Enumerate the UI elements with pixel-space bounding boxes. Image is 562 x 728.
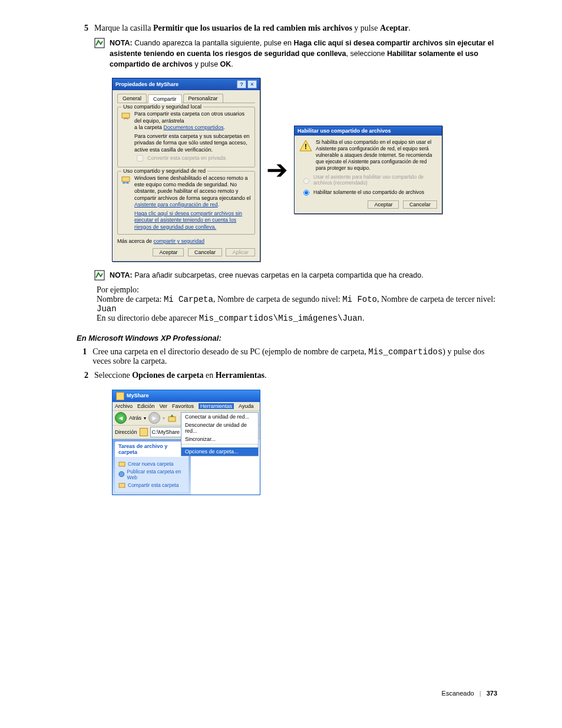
help-button[interactable]: ? — [237, 80, 246, 88]
new-folder-icon — [118, 460, 125, 467]
dropdown-folder-options[interactable]: Opciones de carpeta... — [181, 447, 258, 456]
radio-just-enable-label: Habilitar solamente el uso compartido de… — [313, 189, 424, 195]
radio-just-enable-row[interactable]: Habilitar solamente el uso compartido de… — [300, 188, 437, 196]
radio-just-enable[interactable] — [303, 190, 309, 196]
group-network-sharing: Uso compartido y seguridad de red Window… — [117, 171, 255, 235]
shared-docs-link[interactable]: Documentos compartidos — [164, 124, 224, 130]
share-folder-icon — [118, 482, 125, 489]
cancel-button[interactable]: Cancelar — [188, 248, 222, 256]
step-1: 1 Cree una carpeta en el directorio dese… — [77, 347, 497, 366]
footer-page: 373 — [487, 690, 497, 697]
tasks-title: Tareas de archivo y carpeta — [118, 443, 180, 455]
enable-sharing-dialog: Habilitar uso compartido de archivos ! S… — [294, 126, 442, 214]
subheading-xp-pro: En Microsoft Windows XP Professional: — [77, 334, 497, 342]
back-label: Atrás — [129, 415, 141, 421]
note-2-text: NOTA: Para añadir subcarpetas, cree nuev… — [110, 270, 424, 281]
more-about-link[interactable]: compartir y seguridad — [154, 238, 205, 244]
dialog-title: Propiedades de MyShare — [115, 81, 178, 87]
ok-button[interactable]: Aceptar — [153, 248, 184, 256]
dropdown-sync[interactable]: Sincronizar... — [181, 435, 258, 443]
svg-text:!: ! — [305, 143, 307, 151]
example-line-1: Nombre de carpeta: Mi Carpeta, Nombre de… — [97, 295, 497, 314]
tab-compartir[interactable]: Compartir — [148, 94, 182, 103]
properties-dialog: Propiedades de MyShare ?× General Compar… — [112, 78, 260, 262]
note-icon — [94, 270, 105, 281]
task-share-folder[interactable]: Compartir esta carpeta — [118, 482, 185, 489]
radio-wizard — [303, 178, 309, 184]
group-title: Uso compartido y seguridad de red — [121, 168, 207, 174]
svg-rect-2 — [122, 177, 130, 182]
step-2: 2 Seleccione Opciones de carpeta en Herr… — [77, 371, 497, 380]
window-buttons: ?× — [236, 80, 257, 88]
more-about-link-row: Más acerca de compartir y seguridad — [117, 238, 255, 245]
warning-message: Si habilita el uso compartido en el equi… — [316, 139, 437, 172]
task-new-folder[interactable]: Crear nueva carpeta — [118, 460, 185, 467]
step-number: 2 — [77, 371, 88, 380]
globe-icon — [118, 471, 125, 478]
share-without-wizard-link[interactable]: Haga clic aquí si desea compartir archiv… — [134, 210, 251, 230]
svg-point-13 — [119, 472, 124, 477]
tasks-panel: Tareas de archivo y carpeta ⌃ Crear nuev… — [113, 439, 191, 495]
private-checkbox-label: Convertir esta carpeta en privada — [147, 155, 226, 161]
dialog-title: Habilitar uso compartido de archivos — [297, 128, 391, 134]
menu-archivo[interactable]: Archivo — [115, 403, 133, 409]
private-text: Para convertir esta carpeta y sus subcar… — [134, 133, 251, 153]
arrow-icon: ➔ — [266, 157, 288, 183]
group-title: Uso compartido y seguridad local — [121, 104, 203, 110]
menu-favoritos[interactable]: Favoritos — [172, 403, 194, 409]
network-folder-icon — [121, 175, 131, 185]
example-intro: Por ejemplo: — [97, 285, 497, 295]
back-dropdown[interactable]: ▾ — [144, 416, 146, 421]
step-number: 1 — [77, 347, 87, 366]
tasks-header[interactable]: Tareas de archivo y carpeta ⌃ — [115, 442, 189, 457]
svg-rect-14 — [119, 483, 125, 487]
note-1: NOTA: Cuando aparezca la pantalla siguie… — [94, 38, 497, 70]
network-text: Windows tiene deshabilitado el acceso re… — [134, 175, 251, 208]
dialog-tabs: General Compartir Personalizar — [117, 94, 255, 103]
svg-rect-1 — [122, 113, 130, 118]
radio-wizard-label: Usar el asistente para habilitar uso com… — [313, 174, 437, 186]
up-folder-icon[interactable] — [167, 413, 177, 423]
figure-row-1: Propiedades de MyShare ?× General Compar… — [112, 78, 497, 262]
page-footer: Escaneado | 373 — [77, 690, 497, 697]
local-share-text: Para compartir esta carpeta con otros us… — [134, 111, 251, 131]
tab-general[interactable]: General — [117, 94, 147, 103]
explorer-window: MyShare Archivo Edición Ver Favoritos He… — [112, 390, 260, 495]
back-button[interactable]: ◄ — [115, 412, 127, 424]
tasks-body: Crear nueva carpeta Publicar esta carpet… — [115, 457, 189, 492]
note-2: NOTA: Para añadir subcarpetas, cree nuev… — [94, 270, 497, 281]
menu-edicion[interactable]: Edición — [137, 403, 155, 409]
step-5-text: Marque la casilla Permitir que los usuar… — [94, 24, 411, 33]
step-5: 5 Marque la casilla Permitir que los usu… — [77, 24, 497, 33]
dropdown-connect[interactable]: Conectar a unidad de red... — [181, 413, 258, 421]
menu-herramientas[interactable]: Herramientas — [199, 403, 234, 409]
forward-button: ► — [148, 412, 160, 424]
tools-dropdown: Conectar a unidad de red... Desconectar … — [181, 412, 259, 456]
close-button[interactable]: × — [247, 80, 257, 88]
step-2-text: Seleccione Opciones de carpeta en Herram… — [94, 371, 266, 380]
wizard-link[interactable]: Asistente para configuración de red — [134, 202, 218, 207]
folder-icon — [140, 428, 148, 436]
address-label: Dirección — [115, 429, 137, 435]
explorer-figure: MyShare Archivo Edición Ver Favoritos He… — [112, 390, 497, 495]
dialog2-button-row: Aceptar Cancelar — [299, 200, 437, 209]
ok-button[interactable]: Aceptar — [368, 200, 399, 209]
explorer-title: MyShare — [127, 393, 149, 399]
dialog-button-row: Aceptar Cancelar Aplicar — [117, 248, 255, 256]
folder-hand-icon — [121, 111, 131, 120]
explorer-titlebar: MyShare — [113, 390, 260, 402]
group-local-sharing: Uso compartido y seguridad local Para co… — [117, 107, 255, 167]
forward-dropdown: ▾ — [163, 416, 165, 421]
example-line-2: En su directorio debe aparecer Mis_compa… — [97, 314, 497, 323]
task-publish-web[interactable]: Publicar esta carpeta en Web — [118, 469, 185, 480]
example-block: Por ejemplo: Nombre de carpeta: Mi Carpe… — [97, 285, 497, 323]
menu-ayuda[interactable]: Ayuda — [239, 403, 253, 409]
step-number: 5 — [77, 24, 88, 33]
menu-ver[interactable]: Ver — [160, 403, 168, 409]
cancel-button[interactable]: Cancelar — [403, 200, 437, 209]
dropdown-disconnect[interactable]: Desconectar de unidad de red... — [181, 421, 258, 435]
tab-personalizar[interactable]: Personalizar — [183, 94, 223, 103]
radio-wizard-row: Usar el asistente para habilitar uso com… — [300, 174, 437, 186]
footer-separator: | — [480, 690, 481, 697]
private-checkbox-row: Convertir esta carpeta en privada — [134, 153, 251, 163]
